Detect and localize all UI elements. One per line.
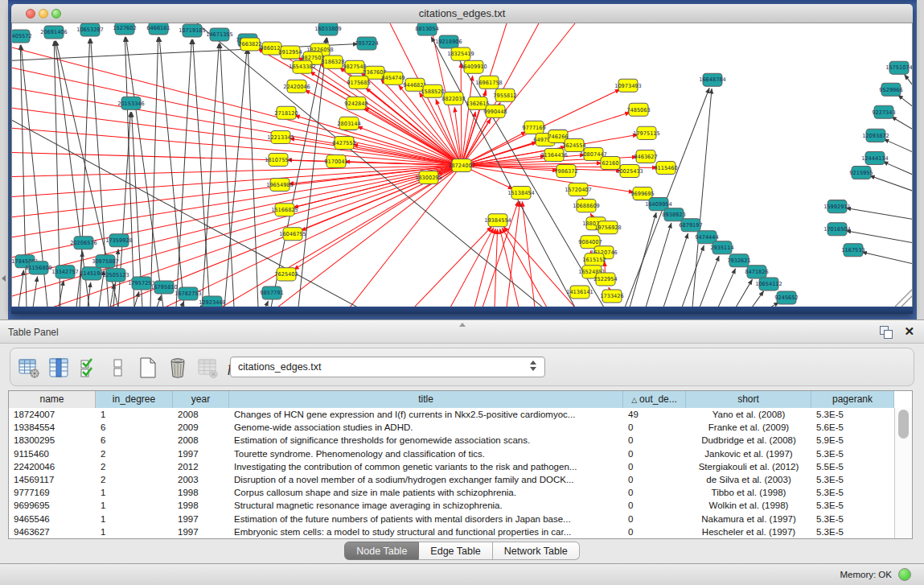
selected-edge[interactable] — [414, 227, 491, 307]
table-row[interactable]: 946362711997Embryonic stem cells: a mode… — [9, 525, 894, 538]
edge[interactable] — [248, 49, 258, 307]
edge[interactable] — [202, 43, 219, 307]
column-header-out-degree[interactable]: △out_de... — [623, 391, 686, 408]
edge[interactable] — [157, 295, 161, 307]
cytoscape-app: citations_edges.txt 54055722069140610653… — [0, 0, 924, 585]
divider-handle-icon[interactable] — [459, 323, 466, 327]
table-row[interactable]: 946554611997Estimation of the future num… — [9, 513, 894, 525]
network-canvas[interactable]: 5405572206914061065328715276026466161107… — [11, 23, 913, 307]
edge[interactable] — [176, 39, 191, 307]
table-cell: 6 — [96, 421, 173, 434]
selected-edge[interactable] — [350, 166, 462, 307]
table-cell: 0 — [623, 421, 686, 434]
selected-edge[interactable] — [522, 202, 535, 307]
table-selector-dropdown[interactable]: citations_edges.txt — [230, 356, 545, 377]
edge[interactable] — [630, 212, 656, 307]
edge[interactable] — [193, 39, 210, 307]
edge[interactable] — [869, 175, 913, 191]
graph-node-label: 18724007 — [448, 163, 475, 169]
window-resize-grip[interactable] — [895, 289, 913, 307]
scrollbar-thumb[interactable] — [898, 410, 909, 439]
column-header-pagerank[interactable]: pagerank — [811, 391, 894, 408]
table-row[interactable]: 2242004622012Investigating the contribut… — [9, 460, 894, 473]
edge[interactable] — [224, 49, 247, 307]
float-panel-icon[interactable] — [880, 326, 892, 338]
edge[interactable] — [718, 269, 736, 307]
vertical-scrollbar[interactable] — [894, 408, 912, 538]
column-header-year[interactable]: year — [173, 391, 229, 408]
edge[interactable] — [898, 95, 913, 107]
edge[interactable] — [884, 139, 913, 153]
table-cell: 14569117 — [9, 473, 96, 486]
edge[interactable] — [663, 233, 688, 307]
delete-trash-icon[interactable] — [166, 356, 190, 380]
edge[interactable] — [846, 208, 913, 219]
selected-edge[interactable] — [12, 128, 462, 165]
selected-edge[interactable] — [462, 112, 475, 166]
selected-edge[interactable] — [12, 166, 462, 217]
show-column-icon[interactable] — [47, 356, 71, 380]
panel-collapse-arrow-icon[interactable] — [2, 275, 6, 282]
column-header-name[interactable]: name — [9, 391, 96, 408]
graph-node-label: 19218906 — [435, 39, 462, 45]
edge[interactable] — [126, 37, 163, 307]
column-settings-icon[interactable] — [17, 356, 41, 380]
graph-node-label: 10025433 — [616, 168, 643, 175]
table-row[interactable]: 1938455462009Genome-wide association stu… — [9, 421, 894, 434]
edge[interactable] — [265, 301, 269, 307]
new-table-icon[interactable] — [136, 356, 160, 380]
table-row[interactable]: 911546021997Tourette syndrome. Phenomeno… — [9, 447, 894, 460]
column-header-short[interactable]: short — [686, 391, 811, 408]
selected-edge[interactable] — [12, 166, 462, 237]
tab-edge-table[interactable]: Edge Table — [419, 542, 492, 560]
edge[interactable] — [883, 162, 913, 175]
table-cell: Dudbridge et al. (2008) — [686, 434, 811, 447]
tab-network-table[interactable]: Network Table — [493, 542, 580, 560]
edge[interactable] — [736, 279, 752, 307]
table-cell: Disruption of a novel member of a sodium… — [229, 473, 623, 486]
network-window-titlebar[interactable]: citations_edges.txt — [11, 4, 913, 23]
edge[interactable] — [752, 291, 764, 307]
column-header-title[interactable]: title — [229, 391, 623, 408]
unselect-all-icon[interactable] — [106, 356, 130, 380]
select-all-icon[interactable] — [76, 356, 101, 380]
tab-node-table[interactable]: Node Table — [344, 542, 419, 560]
edge[interactable] — [150, 37, 158, 307]
table-cell: 2009 — [173, 421, 229, 434]
graph-node-label: 16648784 — [699, 76, 726, 83]
selected-edge[interactable] — [462, 76, 473, 165]
edge[interactable] — [692, 89, 712, 307]
edge[interactable] — [891, 117, 913, 130]
selected-edge[interactable] — [474, 229, 495, 307]
edge[interactable] — [454, 50, 604, 307]
citation-network-graph[interactable]: 5405572206914061065328715276026466161107… — [12, 23, 913, 307]
selected-edge[interactable] — [462, 23, 575, 166]
column-header-in-degree[interactable]: in_degree — [96, 391, 173, 408]
table-cell: 2 — [96, 460, 173, 473]
edge[interactable] — [846, 231, 913, 243]
table-cell: 0 — [623, 486, 686, 499]
edge[interactable] — [862, 252, 913, 264]
graph-node-label: 7485063 — [626, 107, 650, 113]
table-row[interactable]: 1456911722003Disruption of a novel membe… — [9, 473, 894, 486]
edge[interactable] — [134, 291, 139, 307]
table-cell: 5.3E-5 — [811, 486, 894, 499]
graph-node-label: 16046755 — [279, 231, 306, 237]
memory-status-indicator[interactable] — [898, 568, 911, 581]
edge[interactable] — [220, 43, 234, 307]
close-panel-icon[interactable]: ✕ — [904, 324, 914, 339]
edge[interactable] — [298, 38, 327, 307]
selected-edge[interactable] — [295, 115, 462, 165]
table-row[interactable]: 969969511998Structural magnetic resonanc… — [9, 499, 894, 512]
graph-node-label: 14136141 — [566, 289, 593, 295]
table-row[interactable]: 1830029562008Estimation of significance … — [9, 434, 894, 447]
edge[interactable] — [700, 256, 719, 307]
selected-edge[interactable] — [461, 63, 462, 165]
table-row[interactable]: 1872400712008Changes of HCN gene express… — [9, 408, 894, 421]
graph-node-label: 1167533 — [841, 247, 864, 253]
selected-edge[interactable] — [12, 47, 462, 165]
table-cell: 5.3E-5 — [811, 473, 894, 486]
table-row[interactable]: 977716911998Corpus callosum shape and si… — [9, 486, 894, 499]
edge[interactable] — [905, 75, 913, 86]
edge[interactable] — [33, 277, 37, 307]
